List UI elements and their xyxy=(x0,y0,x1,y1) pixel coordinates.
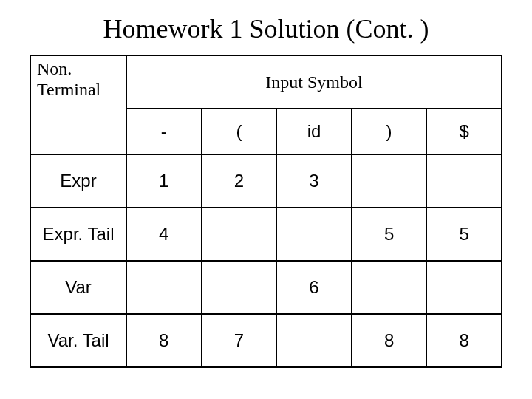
table-cell: 5 xyxy=(352,208,427,261)
nonterminal-header: Non. Terminal xyxy=(30,55,126,154)
table-cell: 7 xyxy=(202,314,277,367)
table-cell xyxy=(276,208,352,261)
table-cell: 8 xyxy=(352,314,427,367)
table-cell xyxy=(276,314,352,367)
table-cell: 1 xyxy=(126,154,202,208)
table-cell xyxy=(426,261,502,314)
table-cell: 5 xyxy=(426,208,502,261)
table-row: Var 6 xyxy=(30,261,502,314)
table-cell: 2 xyxy=(202,154,277,208)
row-label: Var xyxy=(30,261,126,314)
row-label: Var. Tail xyxy=(30,314,126,367)
table-cell: 8 xyxy=(126,314,202,367)
table-row: Expr. Tail 4 5 5 xyxy=(30,208,502,261)
nonterminal-header-line1: Non. xyxy=(37,59,72,78)
table-row: Var. Tail 8 7 8 8 xyxy=(30,314,502,367)
table-cell: 6 xyxy=(276,261,352,314)
row-label: Expr. Tail xyxy=(30,208,126,261)
table-cell: 4 xyxy=(126,208,202,261)
table-row: Expr 1 2 3 xyxy=(30,154,502,208)
slide: Homework 1 Solution (Cont. ) Non. Termin… xyxy=(0,0,532,399)
table-cell xyxy=(352,261,427,314)
parse-table: Non. Terminal Input Symbol - ( id ) $ Ex… xyxy=(30,55,502,368)
page-title: Homework 1 Solution (Cont. ) xyxy=(30,13,502,44)
table-cell xyxy=(352,154,427,208)
symbol-cell: $ xyxy=(426,109,502,154)
table-cell xyxy=(202,208,277,261)
row-label: Expr xyxy=(30,154,126,208)
symbol-cell: ) xyxy=(352,109,427,154)
symbol-cell: - xyxy=(126,109,202,154)
table-cell xyxy=(202,261,277,314)
input-symbol-header: Input Symbol xyxy=(126,55,502,109)
symbol-cell: id xyxy=(276,109,352,154)
nonterminal-header-line2: Terminal xyxy=(37,80,100,99)
symbol-cell: ( xyxy=(202,109,277,154)
header-row-1: Non. Terminal Input Symbol xyxy=(30,55,502,109)
table-cell xyxy=(126,261,202,314)
table-cell xyxy=(426,154,502,208)
table-cell: 8 xyxy=(426,314,502,367)
table-cell: 3 xyxy=(276,154,352,208)
